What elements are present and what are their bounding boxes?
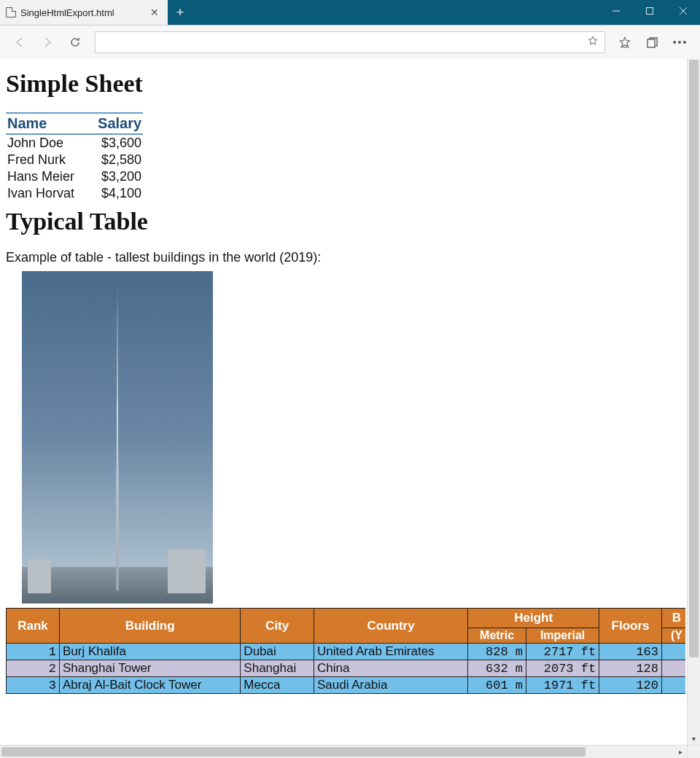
new-tab-button[interactable]: +	[168, 0, 192, 25]
browser-viewport: Simple Sheet Name Salary John Doe$3,600 …	[0, 58, 700, 758]
svg-rect-1	[647, 8, 653, 15]
back-button[interactable]	[7, 30, 32, 55]
vertical-scroll-thumb[interactable]	[689, 60, 699, 657]
table-row: 2 Shanghai Tower Shanghai China 632 m 20…	[7, 660, 686, 677]
scroll-right-arrow-icon[interactable]: ▸	[674, 746, 687, 758]
browser-toolbar: •••	[0, 25, 700, 58]
vertical-scrollbar[interactable]: ▾	[687, 58, 700, 745]
close-tab-icon[interactable]: ✕	[147, 7, 162, 18]
menu-button[interactable]: •••	[668, 30, 693, 55]
forward-button[interactable]	[35, 30, 60, 55]
minimize-button[interactable]	[599, 0, 633, 22]
buildings-table: Rank Building City Country Height Floors…	[6, 608, 685, 694]
collections-icon[interactable]	[640, 30, 665, 55]
table-row: 1 Burj Khalifa Dubai United Arab Emirate…	[7, 644, 686, 660]
window-controls	[599, 0, 700, 22]
col-salary: Salary	[96, 113, 143, 134]
favorites-list-icon[interactable]	[612, 30, 637, 55]
svg-rect-5	[648, 39, 655, 47]
salary-table: Name Salary John Doe$3,600 Fred Nurk$2,5…	[6, 112, 143, 202]
table-row: Fred Nurk$2,580	[6, 152, 143, 168]
col-city: City	[241, 609, 314, 644]
table-row: Ivan Horvat$4,100	[6, 185, 143, 202]
col-floors: Floors	[599, 609, 662, 644]
horizontal-scroll-thumb[interactable]	[1, 747, 586, 757]
col-built-partial: B	[662, 609, 686, 628]
col-name: Name	[6, 113, 96, 134]
table-header-row: Rank Building City Country Height Floors…	[7, 609, 686, 628]
browser-tab[interactable]: SingleHtmlExport.html ✕	[0, 0, 168, 25]
maximize-button[interactable]	[633, 0, 666, 22]
col-building: Building	[59, 609, 240, 644]
building-image	[22, 271, 213, 603]
window-titlebar: SingleHtmlExport.html ✕ +	[0, 0, 700, 25]
heading-simple-sheet: Simple Sheet	[6, 70, 680, 98]
favorite-icon[interactable]	[587, 35, 599, 50]
tab-title: SingleHtmlExport.html	[20, 7, 143, 18]
scroll-down-arrow-icon[interactable]: ▾	[688, 732, 700, 745]
col-metric: Metric	[468, 628, 526, 644]
col-rank: Rank	[7, 609, 60, 644]
horizontal-scrollbar[interactable]: ▸	[0, 745, 687, 758]
col-imperial: Imperial	[526, 628, 599, 644]
col-country: Country	[314, 609, 468, 644]
table-row: 3 Abraj Al-Bait Clock Tower Mecca Saudi …	[7, 677, 686, 694]
col-built-y-partial: (Y	[662, 628, 686, 644]
document-body: Simple Sheet Name Salary John Doe$3,600 …	[0, 58, 685, 745]
page-icon	[6, 7, 16, 17]
table-header-row: Name Salary	[6, 113, 143, 134]
table-row: Hans Meier$3,200	[6, 168, 143, 185]
col-height: Height	[468, 609, 599, 628]
close-window-button[interactable]	[666, 0, 700, 22]
address-bar[interactable]	[95, 31, 605, 53]
refresh-button[interactable]	[63, 30, 88, 55]
scroll-corner	[687, 745, 700, 758]
heading-typical-table: Typical Table	[6, 208, 680, 235]
table-row: John Doe$3,600	[6, 134, 143, 152]
table-caption: Example of table - tallest buildings in …	[6, 250, 680, 265]
